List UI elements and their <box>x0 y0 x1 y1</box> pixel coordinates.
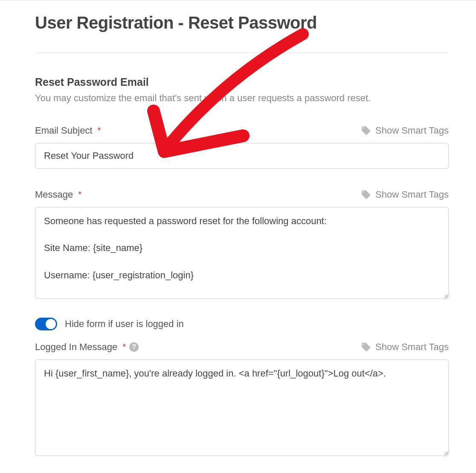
section-title: Reset Password Email <box>35 76 449 88</box>
section-description: You may customize the email that's sent … <box>35 92 449 105</box>
required-mark: * <box>122 342 126 352</box>
tag-icon <box>361 342 371 352</box>
label-row: Logged In Message * ? Show Smart Tags <box>35 342 449 353</box>
message-textarea[interactable] <box>35 207 449 299</box>
required-mark: * <box>78 190 81 199</box>
label-text: Message <box>35 189 73 200</box>
label-row: Email Subject * Show Smart Tags <box>35 125 449 136</box>
logged-in-message-label: Logged In Message * ? <box>35 342 139 353</box>
message-label: Message * <box>35 189 81 200</box>
field-email-subject: Email Subject * Show Smart Tags <box>35 125 449 169</box>
smart-tags-text: Show Smart Tags <box>375 189 449 200</box>
logged-in-message-textarea[interactable] <box>35 359 449 456</box>
show-smart-tags-link[interactable]: Show Smart Tags <box>361 189 449 200</box>
tag-icon <box>361 126 371 136</box>
smart-tags-text: Show Smart Tags <box>375 125 449 136</box>
label-text: Logged In Message <box>35 342 117 353</box>
label-row: Message * Show Smart Tags <box>35 189 449 200</box>
page-wrapper: User Registration - Reset Password Reset… <box>0 0 476 470</box>
title-divider <box>35 53 449 53</box>
hide-form-toggle-row: Hide form if user is logged in <box>35 318 449 330</box>
help-icon[interactable]: ? <box>129 342 139 352</box>
field-logged-in-message: Logged In Message * ? Show Smart Tags <box>35 342 449 458</box>
tag-icon <box>361 190 371 200</box>
required-mark: * <box>98 126 101 135</box>
field-message: Message * Show Smart Tags <box>35 189 449 301</box>
toggle-knob <box>46 319 56 329</box>
smart-tags-text: Show Smart Tags <box>375 342 449 353</box>
hide-form-toggle[interactable] <box>35 318 57 330</box>
email-subject-label: Email Subject * <box>35 125 101 136</box>
email-subject-input[interactable] <box>35 143 449 169</box>
label-text: Email Subject <box>35 125 93 136</box>
page-title: User Registration - Reset Password <box>35 13 449 32</box>
show-smart-tags-link[interactable]: Show Smart Tags <box>361 342 449 353</box>
hide-form-toggle-label: Hide form if user is logged in <box>65 318 184 330</box>
show-smart-tags-link[interactable]: Show Smart Tags <box>361 125 449 136</box>
